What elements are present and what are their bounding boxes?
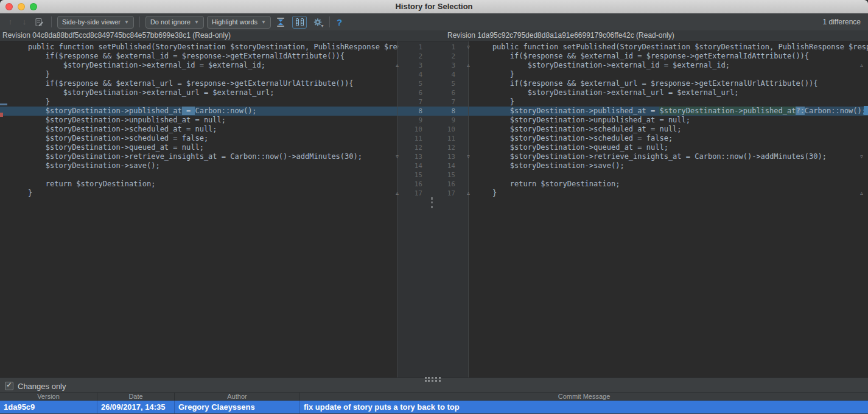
chevron-down-icon: ▼ xyxy=(124,19,129,25)
history-for-selection-window: History for Selection ↑ ↓ Side-by-side v… xyxy=(0,0,868,414)
code-line[interactable]: $storyDestination->external_id = $extern… xyxy=(469,61,868,70)
code-line[interactable]: $storyDestination->retrieve_insights_at … xyxy=(469,152,868,161)
gutter-row: 99 xyxy=(397,116,469,125)
version-table-row[interactable]: 1da95c9 26/09/2017, 14:35 Gregory Claeys… xyxy=(0,401,868,413)
code-segment: $storyDestination->save(); xyxy=(10,161,160,170)
column-header-author[interactable]: Author xyxy=(175,393,300,401)
code-segment: if($response && $external_url = $respons… xyxy=(10,79,354,88)
fold-marker-icon[interactable]: ▵ xyxy=(393,190,401,196)
code-line[interactable]: if($response && $external_url = $respons… xyxy=(0,79,397,88)
fold-marker-icon[interactable]: ▵ xyxy=(464,190,472,196)
code-line[interactable]: $storyDestination->save(); xyxy=(469,161,868,170)
fold-marker-icon[interactable]: ▵ xyxy=(393,62,401,68)
fold-marker-icon[interactable]: ▿ xyxy=(464,44,472,50)
viewer-mode-dropdown[interactable]: Side-by-side viewer ▼ xyxy=(57,16,134,29)
gutter-row: 1212 xyxy=(397,143,469,152)
code-segment: $storyDestination->external_url = $exter… xyxy=(475,88,738,97)
settings-gear-icon[interactable]: ▼ xyxy=(312,15,324,29)
code-line[interactable]: } xyxy=(0,70,397,79)
code-line[interactable]: $storyDestination->external_url = $exter… xyxy=(0,88,397,97)
whitespace-ignore-dropdown[interactable]: Do not ignore ▼ xyxy=(145,16,204,29)
error-stripe-marker xyxy=(0,113,3,117)
help-icon[interactable]: ? xyxy=(335,17,343,27)
gutter-row: 22 xyxy=(397,52,469,61)
column-header-version[interactable]: Version xyxy=(0,393,97,401)
next-difference-icon[interactable]: ↓ xyxy=(19,16,30,28)
code-line[interactable]: if($response && $external_id = $response… xyxy=(469,52,868,61)
revision-headers: Revision 04c8da88bdf5ccd8c849745bc84e57b… xyxy=(0,30,868,41)
toolbar-separator xyxy=(139,16,140,27)
column-header-date[interactable]: Date xyxy=(97,393,175,401)
code-line[interactable]: $storyDestination->scheduled_at = null; xyxy=(469,125,868,134)
column-header-commit-message[interactable]: Commit Message xyxy=(300,393,868,401)
gutter-row: 11 xyxy=(397,43,469,52)
code-line[interactable]: $storyDestination->retrieve_insights_at … xyxy=(0,152,397,161)
gutter-row: 1616 xyxy=(397,180,469,189)
code-line[interactable]: } xyxy=(469,97,868,107)
fold-marker-icon[interactable]: ▿ xyxy=(858,153,866,160)
jump-to-source-icon[interactable] xyxy=(33,15,46,29)
collapse-unchanged-icon[interactable] xyxy=(274,15,287,29)
previous-difference-icon[interactable]: ↑ xyxy=(5,16,16,28)
code-segment: if($response && $external_url = $respons… xyxy=(475,79,818,88)
code-segment: $storyDestination->retrieve_insights_at … xyxy=(475,152,827,161)
gutter-row: 44 xyxy=(397,70,469,79)
code-line[interactable] xyxy=(469,170,868,180)
changes-only-checkbox[interactable]: ✓ xyxy=(5,382,13,390)
fold-marker-icon[interactable]: ▵ xyxy=(858,62,866,68)
gutter-row: 55 xyxy=(397,79,469,88)
code-line[interactable]: return $storyDestination; xyxy=(0,180,397,189)
code-line[interactable]: $storyDestination->unpublished_at = null… xyxy=(469,116,868,125)
fold-marker-icon[interactable]: ▿ xyxy=(393,153,401,160)
code-line[interactable]: } xyxy=(0,189,397,198)
code-line[interactable]: $storyDestination->save(); xyxy=(0,161,397,170)
code-line[interactable]: $storyDestination->scheduled = false; xyxy=(0,134,397,143)
right-line-number: 16 xyxy=(425,180,459,189)
highlight-mode-dropdown[interactable]: Highlight words ▼ xyxy=(207,16,271,29)
code-line[interactable]: if($response && $external_url = $respons… xyxy=(469,79,868,88)
left-revision-title: Revision 04c8da88bdf5ccd8c849745bc84e57b… xyxy=(2,30,231,41)
gutter-row: 88 xyxy=(397,107,469,116)
chevron-down-icon: ▼ xyxy=(261,19,266,25)
code-line[interactable]: $storyDestination->external_url = $exter… xyxy=(469,88,868,97)
fold-marker-icon[interactable]: ▵ xyxy=(464,62,472,68)
change-stripe-marker xyxy=(0,103,7,105)
code-line[interactable]: } xyxy=(469,70,868,79)
right-revision-title: Revision 1da95c92c795ded8d8a1a91e6699179… xyxy=(447,30,674,41)
difference-count: 1 difference xyxy=(823,18,864,26)
code-line[interactable]: $storyDestination->queued_at = null; xyxy=(0,143,397,152)
code-line[interactable]: } xyxy=(0,97,397,107)
diff-gutter: 1122334455667788991010111112121313141415… xyxy=(397,41,469,377)
code-segment: } xyxy=(10,189,32,197)
right-line-number: 11 xyxy=(425,134,459,143)
code-line[interactable]: public function setPublished(StoryDestin… xyxy=(0,43,397,52)
code-line[interactable]: $storyDestination->scheduled = false; xyxy=(469,134,868,143)
code-line[interactable]: $storyDestination->published_at = $story… xyxy=(469,107,868,116)
code-line[interactable] xyxy=(0,170,397,180)
code-line[interactable]: if($response && $external_id = $response… xyxy=(0,52,397,61)
panel-splitter-handle[interactable] xyxy=(425,377,441,382)
code-line[interactable]: return $storyDestination; xyxy=(469,180,868,189)
fold-marker-column: ▿▵▿▵ xyxy=(858,41,866,377)
gutter-row: 1111 xyxy=(397,134,469,143)
fold-marker-icon[interactable]: ▿ xyxy=(858,44,866,50)
code-line[interactable]: $storyDestination->queued_at = null; xyxy=(469,143,868,152)
right-editor-pane[interactable]: public function setPublished(StoryDestin… xyxy=(469,41,868,377)
left-editor-pane[interactable]: public function setPublished(StoryDestin… xyxy=(0,41,397,377)
side-by-side-viewer-icon[interactable] xyxy=(290,15,309,29)
history-bottom-panel: ✓ Changes only Version Date Author Commi… xyxy=(0,377,868,414)
code-segment: } xyxy=(10,97,50,106)
right-line-number: 14 xyxy=(425,161,459,170)
right-line-number: 8 xyxy=(425,107,459,116)
fold-marker-icon[interactable]: ▿ xyxy=(393,44,401,50)
fold-marker-icon[interactable]: ▵ xyxy=(858,190,866,196)
code-line[interactable]: $storyDestination->published_at = Carbon… xyxy=(0,107,397,116)
code-line[interactable]: public function setPublished(StoryDestin… xyxy=(469,43,868,52)
code-segment: $storyDestination->scheduled = false; xyxy=(475,134,673,142)
code-line[interactable]: $storyDestination->unpublished_at = null… xyxy=(0,116,397,125)
code-line[interactable]: $storyDestination->scheduled_at = null; xyxy=(0,125,397,134)
fold-marker-icon[interactable]: ▿ xyxy=(464,153,472,160)
code-line[interactable]: $storyDestination->external_id = $extern… xyxy=(0,61,397,70)
gutter-splitter-handle[interactable] xyxy=(431,197,433,208)
code-line[interactable]: } xyxy=(469,189,868,198)
